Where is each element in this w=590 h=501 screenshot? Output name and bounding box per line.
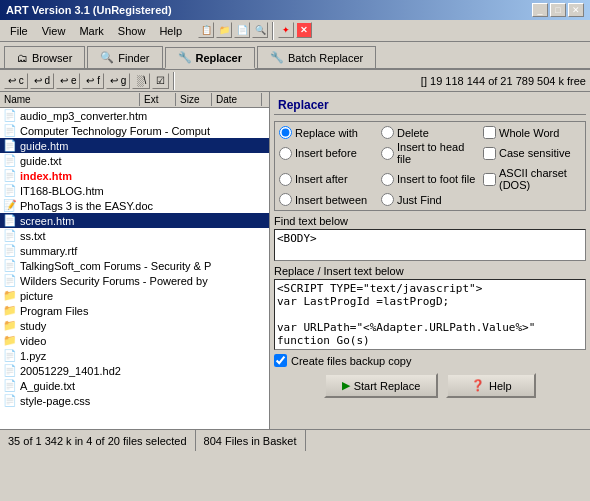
file-icon: 📄 <box>2 169 18 182</box>
replacer-title: Replacer <box>274 96 586 115</box>
list-item[interactable]: 📁 study <box>0 318 269 333</box>
list-item[interactable]: 📄 guide.htm <box>0 138 269 153</box>
list-item[interactable]: 📄 screen.htm <box>0 213 269 228</box>
btn-c[interactable]: ↩ c <box>4 73 28 89</box>
menu-show[interactable]: Show <box>112 23 152 39</box>
btn-d[interactable]: ↩ d <box>30 73 54 89</box>
menu-mark[interactable]: Mark <box>73 23 109 39</box>
file-icon: 📄 <box>2 349 18 362</box>
file-name: 20051229_1401.hd2 <box>20 365 121 377</box>
radio-replace-with[interactable] <box>279 126 292 139</box>
list-item[interactable]: 📄 audio_mp3_converter.htm <box>0 108 269 123</box>
menu-view[interactable]: View <box>36 23 72 39</box>
minimize-button[interactable]: _ <box>532 3 548 17</box>
backup-row: Create files backup copy <box>274 354 586 367</box>
menu-help[interactable]: Help <box>153 23 188 39</box>
toolbar-icon-1[interactable]: 📋 <box>198 22 214 38</box>
separator-2 <box>173 72 175 90</box>
list-item[interactable]: 📄 A_guide.txt <box>0 378 269 393</box>
tab-batch-replacer[interactable]: 🔧 Batch Replacer <box>257 46 376 68</box>
folder-icon: 📁 <box>2 289 18 302</box>
list-item[interactable]: 📁 picture <box>0 288 269 303</box>
file-name: ss.txt <box>20 230 46 242</box>
checkbox-ascii[interactable] <box>483 173 496 186</box>
list-item[interactable]: 📁 video <box>0 333 269 348</box>
status-right: 804 Files in Basket <box>196 430 306 451</box>
file-name: guide.txt <box>20 155 62 167</box>
btn-check[interactable]: ☑ <box>152 73 169 89</box>
backup-label: Create files backup copy <box>291 355 411 367</box>
find-textarea[interactable] <box>274 229 586 261</box>
help-button[interactable]: ❓ Help <box>446 373 536 398</box>
radio-insert-before[interactable] <box>279 147 292 160</box>
radio-insert-foot[interactable] <box>381 173 394 186</box>
btn-slash[interactable]: ░\ <box>132 73 150 89</box>
list-item[interactable]: 📄 guide.txt <box>0 153 269 168</box>
file-icon: 📄 <box>2 124 18 137</box>
btn-e[interactable]: ↩ e <box>56 73 80 89</box>
toolbar-icon-3[interactable]: 📄 <box>234 22 250 38</box>
btn-g[interactable]: ↩ g <box>106 73 130 89</box>
tab-replacer[interactable]: 🔧 Replacer <box>165 47 255 69</box>
file-icon: 📄 <box>2 214 18 227</box>
col-name: Name <box>0 93 140 106</box>
window-controls: _ □ ✕ <box>532 3 584 17</box>
list-item[interactable]: 📄 summary.rtf <box>0 243 269 258</box>
list-item[interactable]: 📄 TalkingSoft_com Forums - Security & P <box>0 258 269 273</box>
separator <box>272 22 274 40</box>
toolbar-icon-2[interactable]: 📁 <box>216 22 232 38</box>
list-item[interactable]: 📝 PhoTags 3 is the EASY.doc <box>0 198 269 213</box>
replace-textarea[interactable] <box>274 279 586 350</box>
list-item[interactable]: 📄 index.htm <box>0 168 269 183</box>
file-name: Computer Technology Forum - Comput <box>20 125 210 137</box>
list-item[interactable]: 📁 Program Files <box>0 303 269 318</box>
toolbar-icon-x[interactable]: ✕ <box>296 22 312 38</box>
list-item[interactable]: 📄 Wilders Security Forums - Powered by <box>0 273 269 288</box>
file-name: PhoTags 3 is the EASY.doc <box>20 200 153 212</box>
btn-f[interactable]: ↩ f <box>82 73 104 89</box>
backup-checkbox[interactable] <box>274 354 287 367</box>
folder-icon: 📁 <box>2 334 18 347</box>
radio-insert-head[interactable] <box>381 147 394 160</box>
find-section: Find text below <box>274 215 586 261</box>
replace-section: Replace / Insert text below <box>274 265 586 350</box>
radio-just-find[interactable] <box>381 193 394 206</box>
menu-file[interactable]: File <box>4 23 34 39</box>
radio-delete[interactable] <box>381 126 394 139</box>
options-section: Replace with Delete Whole Word Insert be… <box>274 121 586 211</box>
option-whole-word: Whole Word <box>483 126 581 139</box>
replacer-icon: 🔧 <box>178 51 192 64</box>
maximize-button[interactable]: □ <box>550 3 566 17</box>
close-button[interactable]: ✕ <box>568 3 584 17</box>
option-insert-between: Insert between <box>279 193 377 206</box>
option-delete: Delete <box>381 126 479 139</box>
list-item[interactable]: 📄 ss.txt <box>0 228 269 243</box>
radio-insert-after[interactable] <box>279 173 292 186</box>
list-item[interactable]: 📄 Computer Technology Forum - Comput <box>0 123 269 138</box>
file-panel: Name Ext Size Date 📄 audio_mp3_converter… <box>0 92 270 429</box>
radio-insert-between[interactable] <box>279 193 292 206</box>
option-replace-with: Replace with <box>279 126 377 139</box>
list-item[interactable]: 📄 style-page.css <box>0 393 269 408</box>
file-icon: 📄 <box>2 274 18 287</box>
list-item[interactable]: 📄 IT168-BLOG.htm <box>0 183 269 198</box>
checkbox-whole-word[interactable] <box>483 126 496 139</box>
col-date: Date <box>212 93 262 106</box>
toolbar-icon-4[interactable]: 🔍 <box>252 22 268 38</box>
checkbox-case-sensitive[interactable] <box>483 147 496 160</box>
list-item[interactable]: 📄 20051229_1401.hd2 <box>0 363 269 378</box>
list-item[interactable]: 📄 1.pyz <box>0 348 269 363</box>
file-icon: 📝 <box>2 199 18 212</box>
file-name: Program Files <box>20 305 88 317</box>
file-name: 1.pyz <box>20 350 46 362</box>
start-replace-button[interactable]: ▶ Start Replace <box>324 373 439 398</box>
file-name: screen.htm <box>20 215 74 227</box>
option-insert-head: Insert to head file <box>381 141 479 165</box>
tab-finder[interactable]: 🔍 Finder <box>87 46 162 68</box>
tab-browser[interactable]: 🗂 Browser <box>4 46 85 68</box>
toolbar-icon-star[interactable]: ✦ <box>278 22 294 38</box>
help-icon: ❓ <box>471 379 485 392</box>
title-bar: ART Version 3.1 (UnRegistered) _ □ ✕ <box>0 0 590 20</box>
file-icon: 📄 <box>2 184 18 197</box>
file-name: TalkingSoft_com Forums - Security & P <box>20 260 211 272</box>
